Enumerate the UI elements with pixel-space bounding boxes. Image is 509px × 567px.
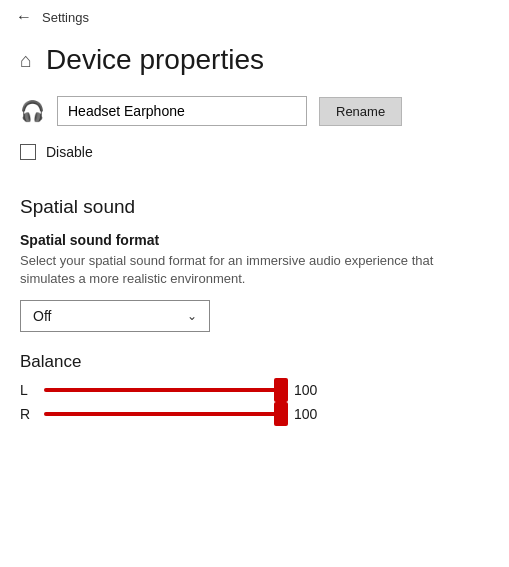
top-bar: ← Settings: [0, 0, 509, 34]
spatial-sound-dropdown[interactable]: Off ⌄: [20, 300, 210, 332]
right-slider-value: 100: [294, 406, 329, 422]
left-slider-row: L 100: [20, 382, 489, 398]
device-name-row: 🎧 Rename: [0, 92, 509, 138]
page-title: Device properties: [46, 44, 264, 76]
spatial-sound-description: Select your spatial sound format for an …: [20, 252, 489, 288]
right-slider-track[interactable]: [44, 412, 284, 416]
disable-row: Disable: [0, 138, 509, 180]
device-name-input[interactable]: [57, 96, 307, 126]
headset-icon: 🎧: [20, 99, 45, 123]
balance-section: Balance L 100 R 100: [0, 332, 509, 446]
left-slider-fill: [44, 388, 284, 392]
right-slider-thumb[interactable]: [274, 402, 288, 426]
page-header: ⌂ Device properties: [0, 34, 509, 92]
right-slider-row: R 100: [20, 406, 489, 422]
left-slider-track[interactable]: [44, 388, 284, 392]
right-channel-label: R: [20, 406, 34, 422]
spatial-sound-section: Spatial sound Spatial sound format Selec…: [0, 180, 509, 332]
disable-checkbox[interactable]: [20, 144, 36, 160]
chevron-down-icon: ⌄: [187, 309, 197, 323]
spatial-sound-field-label: Spatial sound format: [20, 232, 489, 248]
top-bar-title: Settings: [42, 10, 89, 25]
spatial-sound-title: Spatial sound: [20, 196, 489, 218]
left-slider-thumb[interactable]: [274, 378, 288, 402]
home-icon: ⌂: [20, 49, 32, 72]
dropdown-value: Off: [33, 308, 51, 324]
balance-title: Balance: [20, 352, 489, 372]
rename-button[interactable]: Rename: [319, 97, 402, 126]
disable-label: Disable: [46, 144, 93, 160]
back-button[interactable]: ←: [16, 8, 32, 26]
left-slider-value: 100: [294, 382, 329, 398]
right-slider-fill: [44, 412, 284, 416]
left-channel-label: L: [20, 382, 34, 398]
